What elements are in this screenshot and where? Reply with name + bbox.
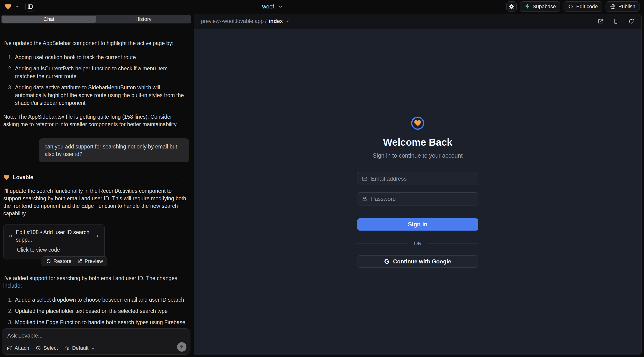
select-button[interactable]: Select [36,345,58,351]
sliders-icon [64,346,70,351]
chevron-down-icon[interactable] [278,4,283,9]
preview-panel: preview--woof.lovable.app / index Welcom… [194,14,642,355]
version-actions: Restore Preview [42,256,108,266]
login-subheading: Sign in to continue to your account [373,152,463,159]
lovable-heart-icon [3,174,10,180]
message-menu-button[interactable]: … [180,174,189,181]
select-target-icon [36,346,41,351]
mail-icon [362,176,368,182]
arrow-up-icon [179,344,184,350]
sign-in-button[interactable]: Sign in [357,218,478,230]
or-divider: OR [357,240,478,246]
attach-image-icon [7,346,12,351]
chevron-down-icon [91,346,95,350]
email-input[interactable] [371,176,474,182]
list-item: Updated the placeholder text based on th… [14,307,189,315]
assistant-name: Lovable [13,174,33,181]
panel-left-icon [28,4,33,10]
preview-url-page: index [269,18,283,24]
chat-panel: Chat History I've updated the AppSidebar… [0,13,192,357]
preview-viewport: Welcome Back Sign in to continue to your… [194,29,642,355]
chat-composer: Attach Select Default [2,328,190,355]
list-item: Modified the Edge Function to handle bot… [14,318,189,326]
lovable-logo-icon[interactable] [4,2,12,10]
mode-label: Default [72,345,89,351]
edit-version-card[interactable]: Edit #108 • Add user ID search supp... C… [3,224,104,260]
preview-button[interactable]: Preview [77,258,103,265]
login-card: Welcome Back Sign in to continue to your… [357,116,478,268]
list-item: Adding useLocation hook to track the cur… [14,54,189,61]
gear-icon [508,4,514,10]
send-button[interactable] [177,342,186,352]
google-button-label: Continue with Google [393,258,451,265]
code-icon [8,233,13,239]
project-title[interactable]: woof [262,3,274,10]
lock-icon [362,196,368,202]
login-heading: Welcome Back [383,137,452,148]
publish-button[interactable]: Publish [606,2,640,12]
assistant-message-intro: I'll update the search functionality in … [3,187,189,217]
restore-icon [46,259,51,264]
refresh-button[interactable] [628,18,634,24]
refresh-icon [628,18,634,24]
tab-chat[interactable]: Chat [2,16,96,23]
attach-button[interactable]: Attach [7,345,29,351]
preview-url[interactable]: preview--woof.lovable.app / index [201,18,290,24]
list-item: Adding an isCurrentPath helper function … [14,65,189,80]
restore-button[interactable]: Restore [46,258,72,265]
assistant-message-summary: I've added support for searching by both… [3,274,189,290]
open-in-new-tab-button[interactable] [597,18,604,24]
assistant-message-intro: I've updated the AppSidebar component to… [3,40,189,47]
assistant-header: Lovable … [3,174,189,181]
edit-code-button[interactable]: Edit code [564,2,602,12]
tab-history[interactable]: History [96,16,191,23]
preview-url-prefix: preview--woof.lovable.app / [201,18,267,24]
assistant-list: Added a select dropdown to choose betwee… [3,296,189,326]
select-label: Select [44,345,58,351]
preview-header: preview--woof.lovable.app / index [194,14,642,29]
edit-card-subtitle: Click to view code [17,246,100,254]
supabase-label: Supabase [532,4,556,10]
user-message-bubble: can you add support for searching not on… [39,138,189,162]
list-item: Added a select dropdown to choose betwee… [14,296,189,304]
password-input[interactable] [371,196,474,202]
restore-label: Restore [54,258,72,265]
external-link-icon [77,259,82,264]
supabase-icon [524,4,530,10]
globe-icon [610,4,616,10]
heart-logo-icon [414,119,422,127]
top-bar: woof Supabase Edit code Publish [0,0,644,13]
attach-label: Attach [14,345,29,351]
supabase-button[interactable]: Supabase [520,2,560,12]
code-icon [568,4,574,10]
app-logo [411,116,424,130]
chat-message-list[interactable]: I've updated the AppSidebar component to… [0,40,192,326]
mode-selector[interactable]: Default [64,345,96,351]
mobile-phone-icon [613,18,619,24]
list-item: Adding data-active attribute to SidebarM… [14,84,189,107]
sidebar-toggle-button[interactable] [25,2,35,12]
settings-button[interactable] [506,2,517,12]
google-icon: G [384,258,389,265]
continue-with-google-button[interactable]: G Continue with Google [357,256,478,268]
publish-label: Publish [618,4,635,10]
edit-code-label: Edit code [576,4,598,10]
chat-history-tabs: Chat History [1,15,191,24]
chevron-down-icon[interactable] [14,4,19,9]
chevron-down-icon [285,19,290,24]
external-link-icon [597,18,604,24]
assistant-list: Adding useLocation hook to track the cur… [3,54,189,107]
chat-input[interactable] [7,332,132,339]
edit-card-title: Edit #108 • Add user ID search supp... [16,228,92,244]
or-label: OR [414,240,422,246]
email-field[interactable] [357,172,478,185]
mobile-view-button[interactable] [613,18,619,24]
preview-label: Preview [85,258,103,265]
chevron-right-icon [95,234,100,238]
password-field[interactable] [357,192,478,206]
assistant-note: Note: The AppSidebar.tsx file is getting… [3,113,189,128]
